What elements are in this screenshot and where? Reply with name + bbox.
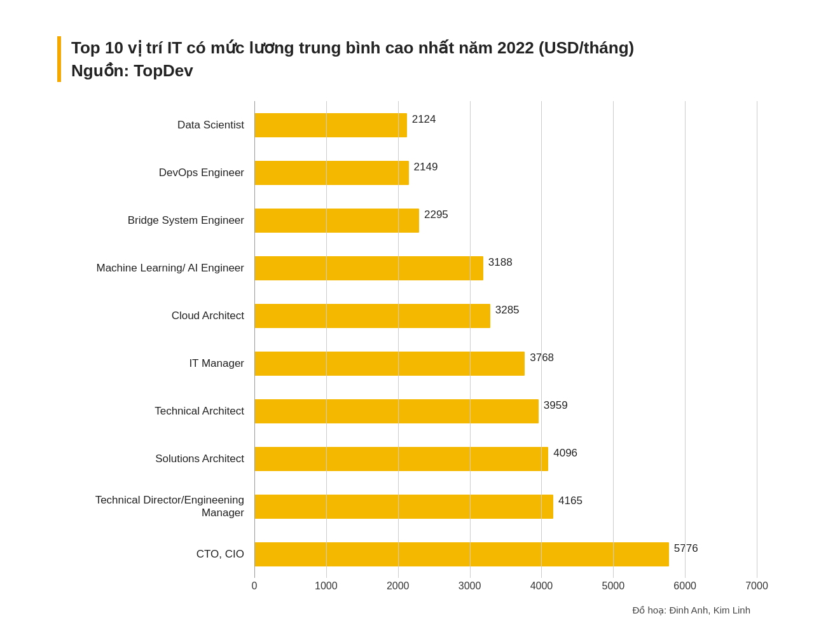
bar-row: Technical Architect3959 <box>57 387 757 435</box>
bar-row: Cloud Architect3285 <box>57 292 757 339</box>
bar-fill: 2295 <box>254 209 419 233</box>
bar-track: 2124 <box>254 113 757 137</box>
bar-value: 4096 <box>553 447 577 460</box>
bar-track: 3285 <box>254 304 757 328</box>
x-tick: 2000 <box>387 580 410 592</box>
bar-value: 3188 <box>488 256 513 269</box>
bar-row: Technical Director/Engineening Manager41… <box>57 483 757 530</box>
bar-track: 5776 <box>254 542 757 566</box>
bar-fill: 2149 <box>254 161 409 185</box>
bar-label: IT Manager <box>57 357 254 370</box>
bar-fill: 5776 <box>254 542 669 566</box>
x-tick: 1000 <box>315 580 338 592</box>
bar-label: Cloud Architect <box>57 310 254 322</box>
bar-label: CTO, CIO <box>57 548 254 561</box>
bar-label: Data Scientist <box>57 119 254 132</box>
bar-row: Bridge System Engineer2295 <box>57 196 757 244</box>
x-tick: 4000 <box>530 580 553 592</box>
bar-track: 3188 <box>254 256 757 280</box>
bar-value: 4165 <box>558 495 583 507</box>
bar-fill: 3768 <box>254 352 525 376</box>
x-tick: 0 <box>252 580 258 592</box>
bar-row: IT Manager3768 <box>57 339 757 387</box>
title-line1: Top 10 vị trí IT có mức lương trung bình… <box>71 36 757 59</box>
bars-section: Data Scientist2124DevOps Engineer2149Bri… <box>57 101 757 578</box>
chart-area: Data Scientist2124DevOps Engineer2149Bri… <box>57 101 757 597</box>
bar-track: 2149 <box>254 161 757 185</box>
bar-value: 5776 <box>674 542 698 555</box>
bar-value: 2149 <box>414 161 438 174</box>
bar-row: CTO, CIO5776 <box>57 530 757 578</box>
bar-label: Solutions Architect <box>57 453 254 465</box>
bar-fill: 4096 <box>254 447 548 471</box>
bar-fill: 3959 <box>254 399 539 423</box>
bar-row: DevOps Engineer2149 <box>57 149 757 196</box>
x-axis: 01000200030004000500060007000 <box>254 578 757 597</box>
title-line2: Nguồn: TopDev <box>71 59 757 82</box>
bar-label: Bridge System Engineer <box>57 214 254 227</box>
bar-fill: 2124 <box>254 113 407 137</box>
bar-label: Technical Architect <box>57 405 254 418</box>
bar-value: 3285 <box>495 304 520 317</box>
bar-fill: 4165 <box>254 495 553 519</box>
bar-fill: 3285 <box>254 304 490 328</box>
bar-row: Machine Learning/ AI Engineer3188 <box>57 244 757 292</box>
credit: Đồ hoạ: Đinh Anh, Kim Linh <box>57 605 757 616</box>
bar-label: Machine Learning/ AI Engineer <box>57 262 254 275</box>
x-tick: 3000 <box>459 580 481 592</box>
x-tick: 5000 <box>602 580 624 592</box>
bar-value: 2295 <box>424 209 448 221</box>
bar-row: Data Scientist2124 <box>57 101 757 149</box>
bar-track: 3768 <box>254 352 757 376</box>
bar-value: 3959 <box>544 399 568 412</box>
bar-value: 3768 <box>530 352 554 364</box>
bar-track: 4165 <box>254 495 757 519</box>
x-tick: 7000 <box>745 580 768 592</box>
bar-track: 3959 <box>254 399 757 423</box>
bar-track: 4096 <box>254 447 757 471</box>
bar-row: Solutions Architect4096 <box>57 435 757 483</box>
chart-title: Top 10 vị trí IT có mức lương trung bình… <box>57 36 757 83</box>
bar-label: DevOps Engineer <box>57 167 254 179</box>
bar-fill: 3188 <box>254 256 483 280</box>
bar-track: 2295 <box>254 209 757 233</box>
bar-value: 2124 <box>412 113 436 126</box>
bar-label: Technical Director/Engineening Manager <box>57 494 254 519</box>
x-tick: 6000 <box>673 580 696 592</box>
chart-container: Top 10 vị trí IT có mức lương trung bình… <box>32 17 782 627</box>
